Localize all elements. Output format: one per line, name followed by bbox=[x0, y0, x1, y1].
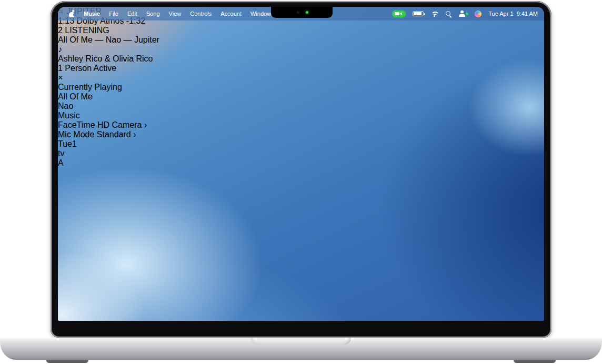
user-presence-icon[interactable] bbox=[459, 11, 468, 17]
menu-items-container: FileEditSongViewControlsAccountWindowHel… bbox=[109, 11, 292, 17]
menu-view[interactable]: View bbox=[169, 11, 182, 17]
spotlight-search-icon[interactable] bbox=[445, 11, 452, 17]
lid-opening-notch bbox=[251, 338, 351, 345]
music-app-badge-icon: ♪ bbox=[58, 45, 62, 54]
listening-count: 2 LISTENING bbox=[58, 26, 109, 35]
facetime-video-window[interactable] bbox=[100, 45, 380, 234]
wifi-icon[interactable] bbox=[430, 11, 438, 17]
camera-lens-icon bbox=[297, 11, 299, 14]
apple-menu-icon[interactable] bbox=[69, 11, 75, 17]
menu-song[interactable]: Song bbox=[146, 11, 160, 17]
track-info: All Of Me — Nao — Jupiter bbox=[58, 35, 544, 45]
online-dot-icon bbox=[466, 13, 468, 15]
camera-active-led bbox=[306, 11, 308, 14]
battery-icon[interactable] bbox=[413, 11, 424, 16]
menu-bar-status: Tue Apr 1 9:41 AM bbox=[392, 7, 538, 21]
menu-account[interactable]: Account bbox=[220, 11, 242, 17]
macbook-base bbox=[0, 338, 602, 360]
menu-window[interactable]: Window bbox=[250, 11, 271, 17]
menu-file[interactable]: File bbox=[109, 11, 118, 17]
macbook-desktop-screenshot: Music FileEditSongViewControlsAccountWin… bbox=[0, 0, 602, 364]
active-app-menu[interactable]: Music bbox=[84, 11, 100, 17]
menu-edit[interactable]: Edit bbox=[127, 11, 137, 17]
menu-bar-clock[interactable]: Tue Apr 1 9:41 AM bbox=[488, 11, 538, 17]
macos-desktop: Music FileEditSongViewControlsAccountWin… bbox=[58, 7, 544, 321]
menu-controls[interactable]: Controls bbox=[190, 11, 212, 17]
display-notch bbox=[271, 7, 333, 18]
siri-icon[interactable] bbox=[475, 11, 481, 17]
facetime-active-indicator-icon[interactable] bbox=[392, 11, 406, 17]
menu-bar-left: Music FileEditSongViewControlsAccountWin… bbox=[58, 11, 292, 17]
